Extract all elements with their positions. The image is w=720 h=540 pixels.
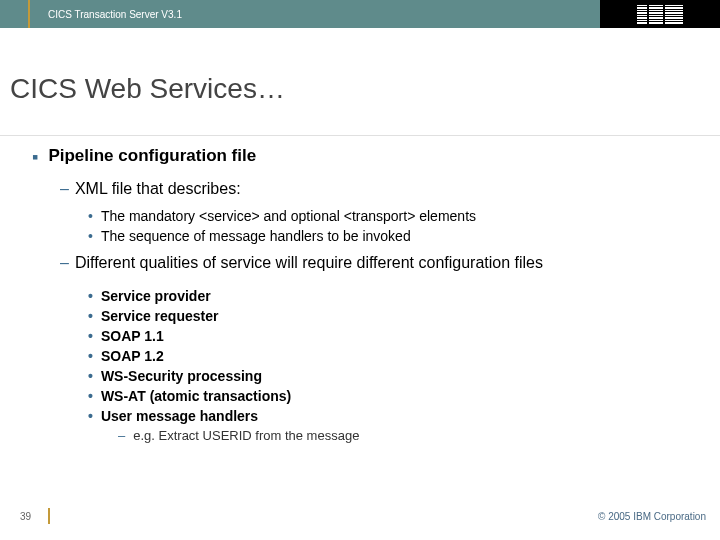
section-heading: Pipeline configuration file (48, 146, 256, 166)
list-item-text: The sequence of message handlers to be i… (101, 228, 411, 244)
list-item: •Service provider (88, 288, 710, 304)
header-bar: CICS Transaction Server V3.1 (0, 0, 720, 28)
section-heading-row: ▪ Pipeline configuration file (32, 146, 710, 166)
list-item: •WS-AT (atomic transactions) (88, 388, 710, 404)
dot-bullet-icon: • (88, 328, 93, 344)
dot-bullet-icon: • (88, 308, 93, 324)
list-item: •SOAP 1.2 (88, 348, 710, 364)
dot-bullet-icon: • (88, 228, 93, 244)
dot-bullet-icon: • (88, 368, 93, 384)
list-item-text: WS-AT (atomic transactions) (101, 388, 291, 404)
page-number: 39 (20, 511, 31, 522)
list-item: •WS-Security processing (88, 368, 710, 384)
dash-icon: – (60, 254, 69, 271)
list-item-text: Service requester (101, 308, 219, 324)
ibm-logo-icon (637, 5, 683, 24)
copyright: © 2005 IBM Corporation (598, 511, 706, 522)
list-item-text: WS-Security processing (101, 368, 262, 384)
dot-bullet-icon: • (88, 288, 93, 304)
dot-bullet-icon: • (88, 388, 93, 404)
footer: 39 © 2005 IBM Corporation (0, 511, 720, 522)
list-item: •The mandatory <service> and optional <t… (88, 208, 710, 224)
dash-icon: – (118, 428, 125, 443)
header-product-label: CICS Transaction Server V3.1 (0, 0, 600, 28)
slide-title: CICS Web Services… (10, 73, 710, 105)
subpoint-1: –XML file that describes: (60, 180, 710, 198)
dash-icon: – (60, 180, 69, 197)
sub-note-text: e.g. Extract USERID from the message (133, 428, 359, 443)
list-item: •User message handlers (88, 408, 710, 424)
sub-note: –e.g. Extract USERID from the message (118, 428, 710, 443)
square-bullet-icon: ▪ (32, 148, 38, 166)
subpoint-2-text: Different qualities of service will requ… (75, 254, 543, 271)
list-item-text: The mandatory <service> and optional <tr… (101, 208, 476, 224)
dot-bullet-icon: • (88, 208, 93, 224)
dot-bullet-icon: • (88, 408, 93, 424)
dot-bullet-icon: • (88, 348, 93, 364)
subpoint-2: –Different qualities of service will req… (60, 254, 710, 272)
header-accent-bar (28, 0, 30, 28)
list-item-text: User message handlers (101, 408, 258, 424)
list-item: •Service requester (88, 308, 710, 324)
header-vendor-logo-area (600, 0, 720, 28)
list-item: •SOAP 1.1 (88, 328, 710, 344)
list-item-text: SOAP 1.2 (101, 348, 164, 364)
slide-content: ▪ Pipeline configuration file –XML file … (0, 146, 720, 443)
list-item-text: SOAP 1.1 (101, 328, 164, 344)
list-item: •The sequence of message handlers to be … (88, 228, 710, 244)
list-item-text: Service provider (101, 288, 211, 304)
subpoint-1-text: XML file that describes: (75, 180, 241, 197)
title-area: CICS Web Services… (0, 28, 720, 136)
